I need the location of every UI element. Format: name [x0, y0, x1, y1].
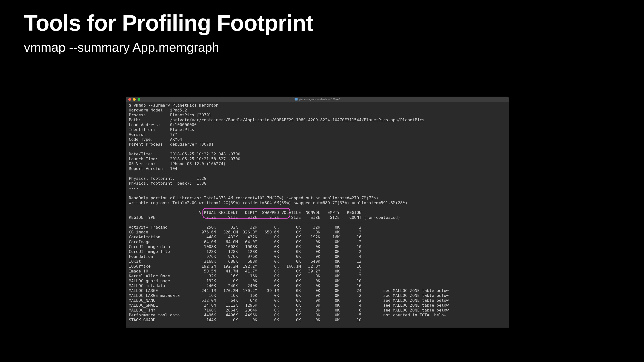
window-title: planetstagram — -bash — 150×45	[295, 98, 340, 101]
title-bar: planetstagram — -bash — 150×45	[126, 96, 509, 102]
minimize-icon[interactable]	[133, 98, 136, 101]
terminal-window: planetstagram — -bash — 150×45 $ vmmap -…	[126, 96, 509, 328]
close-icon[interactable]	[128, 98, 131, 101]
slide-title: Tools for Profiling Footprint	[24, 10, 313, 36]
window-title-text: planetstagram — -bash — 150×45	[299, 98, 340, 101]
terminal-body[interactable]: $ vmmap --summary PlanetPics.memgraph Ha…	[126, 102, 509, 324]
zoom-icon[interactable]	[138, 98, 140, 101]
traffic-lights	[128, 98, 140, 101]
slide-subtitle: vmmap --summary App.memgraph	[24, 40, 219, 55]
folder-icon	[295, 98, 298, 100]
